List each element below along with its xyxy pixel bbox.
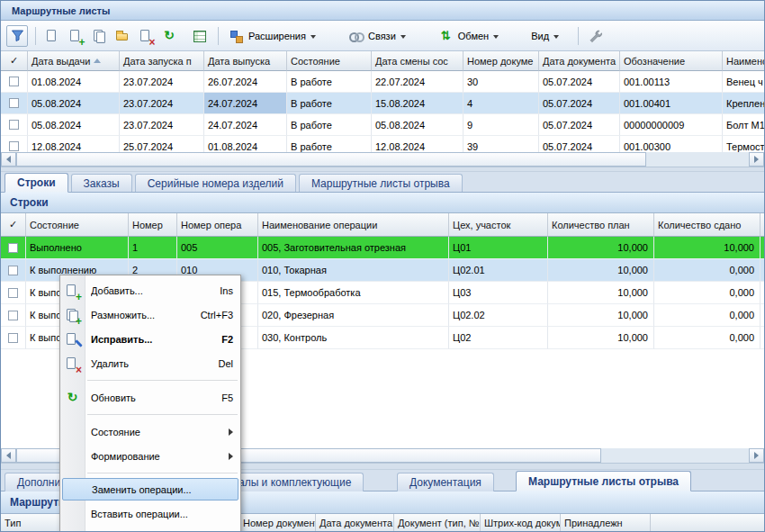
cell[interactable]: 12.08.2024 bbox=[28, 136, 120, 152]
cell[interactable]: В работе bbox=[287, 136, 372, 152]
column-header-op-num[interactable]: Номер опера bbox=[177, 213, 258, 237]
cell[interactable]: В работе bbox=[287, 114, 372, 136]
menu-item-replace-operations[interactable]: Заменить операции... bbox=[62, 478, 238, 500]
cell[interactable]: 05.07.2024 bbox=[539, 136, 620, 152]
cell[interactable]: Креплен bbox=[723, 93, 764, 114]
row-checkbox[interactable] bbox=[8, 266, 18, 275]
cell[interactable]: 23.07.2024 bbox=[120, 114, 204, 136]
cell-check[interactable] bbox=[1, 114, 28, 136]
cell[interactable]: 30 bbox=[464, 71, 539, 93]
cell[interactable]: 4 bbox=[464, 93, 539, 114]
cell[interactable]: 10,000 bbox=[548, 327, 654, 349]
cell-check[interactable] bbox=[1, 237, 26, 259]
duplicate-button[interactable] bbox=[88, 25, 110, 47]
cell[interactable]: 005, Заготовительная отрезная bbox=[258, 237, 449, 259]
column-header-check[interactable]: ✓ bbox=[1, 213, 26, 237]
cell[interactable]: Болт М1 bbox=[723, 114, 764, 136]
tab-rows[interactable]: Строки bbox=[4, 173, 68, 193]
row-checkbox[interactable] bbox=[9, 77, 19, 86]
cell[interactable]: 15.08.2024 bbox=[372, 93, 464, 114]
scroll-right-button[interactable] bbox=[749, 448, 764, 463]
scroll-thumb[interactable] bbox=[16, 152, 646, 167]
cell[interactable]: 10,000 bbox=[548, 304, 654, 327]
export-list-button[interactable] bbox=[189, 25, 211, 47]
cell[interactable]: 10,000 bbox=[548, 282, 654, 304]
table-row-selected[interactable]: 05.08.2024 23.07.2024 24.07.2024 В работ… bbox=[1, 93, 764, 114]
cell[interactable]: 01.08.2024 bbox=[28, 71, 120, 93]
menu-item-duplicate[interactable]: Размножить... Ctrl+F3 bbox=[60, 302, 240, 327]
menu-item-delete[interactable]: Удалить Del bbox=[60, 351, 240, 375]
customize-form-button[interactable] bbox=[584, 25, 606, 47]
cell[interactable]: 26.07.2024 bbox=[204, 71, 287, 93]
column-header-state[interactable]: Состояние bbox=[287, 51, 372, 71]
cell[interactable]: Термоста bbox=[723, 136, 764, 152]
column-header-doc-ref[interactable]: Документ (тип, №, дата) bbox=[394, 514, 481, 532]
filter-button[interactable] bbox=[6, 25, 28, 47]
view-menu-button[interactable]: Вид bbox=[526, 25, 563, 47]
cell[interactable]: 05.07.2024 bbox=[539, 114, 620, 136]
cell[interactable]: 25.07.2024 bbox=[120, 136, 204, 152]
cell[interactable]: 020, Фрезерная bbox=[258, 304, 449, 327]
cell[interactable]: 05.08.2024 bbox=[28, 114, 120, 136]
refresh-button[interactable]: ↻ bbox=[158, 25, 180, 47]
cell[interactable]: 23.07.2024 bbox=[120, 93, 204, 114]
open-button[interactable] bbox=[112, 25, 133, 47]
cell[interactable]: 12.08.2024 bbox=[372, 136, 464, 152]
cell-check[interactable] bbox=[1, 304, 26, 327]
column-header-state[interactable]: Состояние bbox=[26, 213, 129, 237]
column-header-doc-date[interactable]: Дата документа bbox=[316, 514, 394, 532]
table-row[interactable]: 12.08.2024 25.07.2024 01.08.2024 В работ… bbox=[1, 136, 764, 152]
scroll-left-button[interactable] bbox=[1, 152, 16, 167]
table-row-done[interactable]: Выполнено 1 005 005, Заготовительная отр… bbox=[1, 237, 764, 259]
cell[interactable]: 10,000 bbox=[654, 237, 760, 259]
menu-item-add[interactable]: Добавить... Ins bbox=[60, 278, 240, 302]
tab-orders[interactable]: Заказы bbox=[71, 174, 132, 192]
column-header-op-name[interactable]: Наименование операции bbox=[258, 213, 449, 237]
cell[interactable]: 23.07.2024 bbox=[120, 71, 204, 93]
scroll-left-button[interactable] bbox=[1, 448, 16, 463]
cell[interactable]: 39 bbox=[464, 136, 539, 152]
row-checkbox[interactable] bbox=[8, 288, 18, 298]
cell[interactable]: Ц02.01 bbox=[449, 259, 548, 282]
cell[interactable]: 0,000 bbox=[654, 327, 760, 349]
cell-check[interactable] bbox=[1, 136, 28, 152]
column-header-check[interactable]: ✓ bbox=[1, 51, 28, 71]
cell[interactable]: 001.00113 bbox=[620, 71, 723, 93]
cell-check[interactable] bbox=[1, 327, 26, 349]
row-checkbox[interactable] bbox=[8, 333, 18, 343]
cell[interactable]: 22.07.2024 bbox=[372, 71, 464, 93]
links-menu-button[interactable]: Связи bbox=[344, 25, 410, 47]
extensions-menu-button[interactable]: Расширения bbox=[224, 25, 320, 47]
delete-button[interactable] bbox=[135, 25, 157, 47]
row-checkbox[interactable] bbox=[9, 98, 19, 108]
row-checkbox[interactable] bbox=[8, 243, 18, 253]
cell-current[interactable]: 24.07.2024 bbox=[204, 93, 287, 114]
cell[interactable]: 001.00401 bbox=[620, 93, 723, 114]
cell[interactable]: 05.07.2024 bbox=[539, 93, 620, 114]
new-doc-button[interactable] bbox=[41, 25, 63, 47]
menu-item-insert-operations[interactable]: Вставить операции... bbox=[60, 501, 240, 526]
horizontal-scrollbar[interactable] bbox=[1, 152, 764, 167]
column-header-doc-num[interactable]: Номер докуме bbox=[464, 51, 539, 71]
column-header-date-issued[interactable]: Дата выдачи bbox=[28, 51, 120, 71]
cell[interactable]: Венец ч bbox=[723, 71, 764, 93]
cell[interactable]: В работе bbox=[287, 93, 372, 114]
cell-check[interactable] bbox=[1, 71, 28, 93]
table-row[interactable]: 01.08.2024 23.07.2024 26.07.2024 В работ… bbox=[1, 71, 764, 93]
cell[interactable]: В работе bbox=[287, 71, 372, 93]
cell[interactable]: 010, Токарная bbox=[258, 259, 449, 282]
tab-tearoff-sheets[interactable]: Маршрутные листы отрыва bbox=[299, 174, 463, 192]
cell[interactable]: 0,000 bbox=[654, 259, 760, 282]
menu-item-edit[interactable]: Исправить... F2 bbox=[60, 327, 240, 351]
scroll-right-button[interactable] bbox=[749, 152, 764, 167]
cell[interactable]: 030, Контроль bbox=[258, 327, 449, 349]
column-header-qty-done[interactable]: Количество сдано bbox=[654, 213, 760, 237]
tab-documentation[interactable]: Документация bbox=[397, 473, 494, 491]
column-header-date-release[interactable]: Дата выпуска bbox=[204, 51, 287, 71]
cell[interactable]: 10,000 bbox=[548, 259, 654, 282]
cell[interactable]: 00000000009 bbox=[620, 114, 723, 136]
cell[interactable]: 05.08.2024 bbox=[28, 93, 120, 114]
row-checkbox[interactable] bbox=[9, 141, 19, 151]
row-checkbox[interactable] bbox=[8, 311, 18, 320]
cell[interactable]: 001.00300 bbox=[620, 136, 723, 152]
